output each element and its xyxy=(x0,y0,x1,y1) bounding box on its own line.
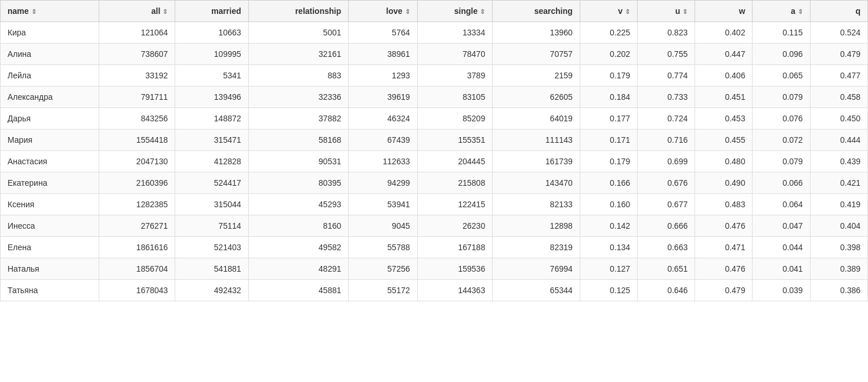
cell-love-7: 94299 xyxy=(349,172,418,194)
cell-q-8: 0.419 xyxy=(810,194,867,215)
cell-single-5: 155351 xyxy=(417,129,493,151)
cell-u-3: 0.733 xyxy=(638,87,695,108)
cell-a-3: 0.079 xyxy=(753,87,810,108)
header-row: name⇕all⇕marriedrelationshiplove⇕single⇕… xyxy=(1,1,868,22)
cell-relationship-4: 37882 xyxy=(248,108,348,129)
cell-a-2: 0.065 xyxy=(753,65,810,87)
cell-v-9: 0.142 xyxy=(580,215,637,237)
col-header-searching: searching xyxy=(493,1,580,22)
cell-name-9: Инесса xyxy=(1,215,99,237)
table-row: Александра791711139496323363961983105626… xyxy=(1,87,868,108)
cell-name-12: Татьяна xyxy=(1,280,99,301)
cell-a-0: 0.115 xyxy=(753,22,810,44)
cell-love-10: 55788 xyxy=(349,237,418,258)
cell-love-0: 5764 xyxy=(349,22,418,44)
cell-v-6: 0.179 xyxy=(580,151,637,172)
cell-q-1: 0.479 xyxy=(810,44,867,65)
cell-searching-10: 82319 xyxy=(493,237,580,258)
cell-a-9: 0.047 xyxy=(753,215,810,237)
col-header-name[interactable]: name⇕ xyxy=(1,1,99,22)
cell-married-2: 5341 xyxy=(175,65,248,87)
col-header-v[interactable]: v⇕ xyxy=(580,1,637,22)
cell-w-12: 0.479 xyxy=(695,280,753,301)
sort-icon-single[interactable]: ⇕ xyxy=(480,8,485,16)
table-row: Кира121064106635001576413334139600.2250.… xyxy=(1,22,868,44)
cell-w-2: 0.406 xyxy=(695,65,753,87)
cell-searching-5: 111143 xyxy=(493,129,580,151)
sort-icon-name[interactable]: ⇕ xyxy=(31,8,37,16)
cell-love-12: 55172 xyxy=(349,280,418,301)
sort-icon-love[interactable]: ⇕ xyxy=(405,8,410,16)
cell-a-8: 0.064 xyxy=(753,194,810,215)
cell-married-4: 148872 xyxy=(175,108,248,129)
cell-all-1: 738607 xyxy=(99,44,175,65)
col-header-love[interactable]: love⇕ xyxy=(349,1,418,22)
cell-name-11: Наталья xyxy=(1,258,99,280)
cell-love-9: 9045 xyxy=(349,215,418,237)
cell-searching-7: 143470 xyxy=(493,172,580,194)
cell-married-8: 315044 xyxy=(175,194,248,215)
col-header-w: w xyxy=(695,1,753,22)
cell-v-0: 0.225 xyxy=(580,22,637,44)
sort-icon-u[interactable]: ⇕ xyxy=(682,8,688,16)
cell-searching-3: 62605 xyxy=(493,87,580,108)
cell-searching-2: 2159 xyxy=(493,65,580,87)
cell-q-3: 0.458 xyxy=(810,87,867,108)
sort-icon-all[interactable]: ⇕ xyxy=(162,8,168,16)
cell-q-7: 0.421 xyxy=(810,172,867,194)
cell-searching-8: 82133 xyxy=(493,194,580,215)
cell-q-4: 0.450 xyxy=(810,108,867,129)
table-row: Алина738607109995321613896178470707570.2… xyxy=(1,44,868,65)
col-header-u[interactable]: u⇕ xyxy=(638,1,695,22)
cell-q-9: 0.404 xyxy=(810,215,867,237)
cell-all-8: 1282385 xyxy=(99,194,175,215)
cell-v-11: 0.127 xyxy=(580,258,637,280)
sort-icon-v[interactable]: ⇕ xyxy=(625,8,630,16)
cell-q-10: 0.398 xyxy=(810,237,867,258)
cell-all-5: 1554418 xyxy=(99,129,175,151)
cell-searching-4: 64019 xyxy=(493,108,580,129)
cell-u-8: 0.677 xyxy=(638,194,695,215)
cell-searching-9: 12898 xyxy=(493,215,580,237)
sort-icon-a[interactable]: ⇕ xyxy=(798,8,803,16)
col-header-single[interactable]: single⇕ xyxy=(417,1,493,22)
cell-single-1: 78470 xyxy=(417,44,493,65)
col-header-married: married xyxy=(175,1,248,22)
cell-q-0: 0.524 xyxy=(810,22,867,44)
cell-love-3: 39619 xyxy=(349,87,418,108)
cell-love-6: 112633 xyxy=(349,151,418,172)
cell-single-6: 204445 xyxy=(417,151,493,172)
table-row: Мария15544183154715816867439155351111143… xyxy=(1,129,868,151)
cell-relationship-7: 80395 xyxy=(248,172,348,194)
cell-name-4: Дарья xyxy=(1,108,99,129)
table-row: Екатерина2160396524417803959429921580814… xyxy=(1,172,868,194)
cell-married-5: 315471 xyxy=(175,129,248,151)
data-table: name⇕all⇕marriedrelationshiplove⇕single⇕… xyxy=(0,0,868,301)
cell-relationship-1: 32161 xyxy=(248,44,348,65)
cell-v-3: 0.184 xyxy=(580,87,637,108)
cell-w-11: 0.476 xyxy=(695,258,753,280)
table-row: Ксения1282385315044452935394112241582133… xyxy=(1,194,868,215)
cell-u-5: 0.716 xyxy=(638,129,695,151)
cell-u-7: 0.676 xyxy=(638,172,695,194)
cell-all-9: 276271 xyxy=(99,215,175,237)
cell-name-7: Екатерина xyxy=(1,172,99,194)
cell-w-1: 0.447 xyxy=(695,44,753,65)
cell-v-4: 0.177 xyxy=(580,108,637,129)
cell-u-9: 0.666 xyxy=(638,215,695,237)
cell-searching-6: 161739 xyxy=(493,151,580,172)
col-header-all[interactable]: all⇕ xyxy=(99,1,175,22)
cell-u-4: 0.724 xyxy=(638,108,695,129)
cell-single-7: 215808 xyxy=(417,172,493,194)
cell-v-10: 0.134 xyxy=(580,237,637,258)
cell-w-10: 0.471 xyxy=(695,237,753,258)
cell-married-9: 75114 xyxy=(175,215,248,237)
cell-married-6: 412828 xyxy=(175,151,248,172)
cell-a-11: 0.041 xyxy=(753,258,810,280)
cell-all-6: 2047130 xyxy=(99,151,175,172)
cell-a-4: 0.076 xyxy=(753,108,810,129)
cell-married-12: 492432 xyxy=(175,280,248,301)
col-header-a[interactable]: a⇕ xyxy=(753,1,810,22)
cell-single-2: 3789 xyxy=(417,65,493,87)
cell-relationship-2: 883 xyxy=(248,65,348,87)
